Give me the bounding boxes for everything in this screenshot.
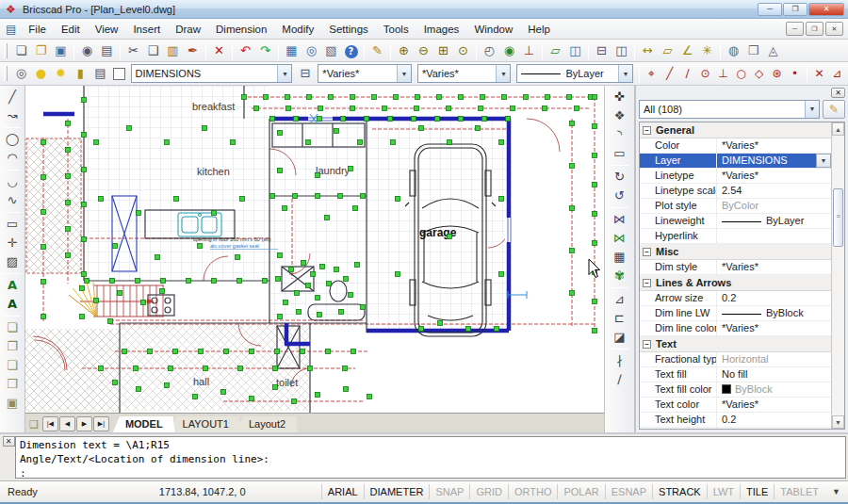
sheet-tab-model[interactable]: MODEL — [113, 416, 175, 432]
layer-explorer-icon[interactable]: ◎ — [11, 64, 31, 83]
menu-item-view[interactable]: View — [88, 21, 126, 38]
scroll-up-icon[interactable]: ▲ — [832, 122, 844, 136]
arc-tool-icon[interactable]: ◠ — [3, 149, 23, 168]
cut-icon[interactable]: ✂ — [123, 41, 143, 60]
stretch-tool-icon[interactable]: ⊏ — [610, 309, 629, 328]
trim-tool-icon[interactable]: ∤ — [610, 351, 629, 370]
menu-item-images[interactable]: Images — [416, 21, 467, 38]
prop-value-fractional-type[interactable]: Horizontal — [717, 352, 831, 366]
command-close-icon[interactable]: ✕ — [3, 436, 15, 447]
menu-item-draw[interactable]: Draw — [168, 21, 208, 38]
open-file-icon[interactable]: ❐ — [31, 41, 51, 60]
measure-angle-icon[interactable]: ∠ — [677, 41, 697, 60]
ucs-icon[interactable]: ⊥ — [519, 41, 539, 60]
menu-item-window[interactable]: Window — [466, 21, 520, 38]
maximize-button[interactable]: ❐ — [783, 3, 807, 16]
toolbar-grip[interactable] — [4, 66, 8, 81]
toggle-tablet[interactable]: TABLET — [774, 484, 824, 499]
chevron-down-icon[interactable]: ▼ — [805, 101, 819, 118]
text-tool-icon[interactable]: A — [3, 276, 23, 295]
toggle-diameter[interactable]: DIAMETER — [364, 484, 430, 499]
hatch-tool-icon[interactable]: ▨ — [3, 252, 23, 271]
align-tool-icon[interactable]: ⊿ — [610, 290, 629, 309]
toggle-strack[interactable]: STRACK — [652, 484, 707, 499]
toggle-snap[interactable]: SNAP — [429, 484, 469, 499]
ellipse-tool-icon[interactable]: ◡ — [3, 172, 23, 191]
explode-tool-icon[interactable]: ✾ — [610, 267, 629, 285]
prop-value-plot-style[interactable]: ByColor — [717, 199, 831, 213]
move-tool-icon[interactable]: ✜ — [610, 88, 629, 106]
last-tab-button[interactable]: ▶| — [93, 416, 109, 431]
menu-item-dimension[interactable]: Dimension — [208, 21, 274, 38]
snap-center-icon[interactable]: ⊙ — [696, 64, 714, 83]
layer-on-icon[interactable]: ● — [31, 64, 51, 83]
chevron-down-icon[interactable]: ▼ — [397, 65, 411, 82]
copy-icon[interactable]: ❑ — [143, 41, 163, 60]
layer-states-icon[interactable]: ⊟ — [295, 64, 315, 83]
menu-item-file[interactable]: File — [21, 21, 54, 38]
redo-icon[interactable]: ↷ — [255, 41, 275, 60]
erase-icon[interactable]: ✕ — [209, 41, 229, 60]
sheet-tab-layout1[interactable]: LAYOUT1 — [171, 416, 241, 432]
id-point-icon[interactable]: ✳ — [697, 41, 717, 60]
image-attach-icon[interactable]: ❒ — [743, 41, 763, 60]
toggle-arial[interactable]: ARIAL — [321, 484, 364, 499]
render-icon[interactable]: ◍ — [724, 41, 743, 60]
zoom-out-icon[interactable]: ⊖ — [414, 41, 433, 60]
array-tool-icon[interactable]: ▦ — [610, 248, 629, 267]
publish-icon[interactable]: ▧ — [321, 41, 341, 60]
mdi-close-button[interactable]: ✕ — [825, 22, 843, 36]
rectangle-tool-icon[interactable]: ▭ — [3, 215, 23, 234]
drawing-explorer-icon[interactable]: ▦ — [282, 41, 302, 60]
zoom-previous-icon[interactable]: ⊙ — [453, 41, 473, 60]
drawing-canvas[interactable]: breakfast kitchen laundry garage hall to… — [25, 86, 604, 413]
layer-color-swatch[interactable] — [113, 68, 125, 80]
menu-item-insert[interactable]: Insert — [125, 21, 168, 38]
collapse-icon[interactable]: − — [643, 248, 651, 256]
extend-tool-icon[interactable]: ∕ — [610, 370, 629, 389]
snap-intersection-icon[interactable]: ⊿ — [828, 64, 846, 83]
minimize-button[interactable]: ─ — [758, 3, 782, 16]
collapse-icon[interactable]: − — [643, 279, 651, 287]
prop-value-dim-line-lw[interactable]: ByBlock — [717, 306, 831, 320]
mdi-restore-button[interactable]: ❐ — [806, 22, 824, 36]
scrollbar-thumb[interactable]: ≡ — [833, 188, 843, 247]
prop-value-dim-style[interactable]: *Varies* — [717, 260, 831, 274]
toggle-polar[interactable]: POLAR — [557, 484, 604, 499]
prop-value-dim-line-color[interactable]: *Varies* — [717, 321, 831, 335]
tile-vertical-icon[interactable]: ◫ — [612, 41, 631, 60]
menu-item-edit[interactable]: Edit — [54, 21, 88, 38]
snap-endpoint-icon[interactable]: ╱ — [660, 64, 678, 83]
prop-section-text[interactable]: −Text — [640, 336, 831, 352]
prop-value-color[interactable]: *Varies* — [717, 138, 831, 153]
color-select[interactable]: *Varies* ▼ — [318, 64, 412, 83]
scale-tool-icon[interactable]: ▭ — [610, 144, 629, 163]
status-menu-chevron-icon[interactable]: ▼ — [824, 487, 848, 496]
quick-select-icon[interactable]: ✎ — [823, 100, 845, 119]
snap-quadrant-icon[interactable]: ◇ — [750, 64, 768, 83]
help-icon[interactable]: ? — [341, 41, 361, 60]
copy-tool-icon[interactable]: ❖ — [610, 106, 629, 125]
undo-icon[interactable]: ↶ — [236, 41, 255, 60]
layer-plot-icon[interactable]: ▤ — [90, 64, 110, 83]
view-3d-icon[interactable]: ▱ — [546, 41, 565, 60]
toolbar-grip[interactable] — [4, 43, 8, 58]
block-attributes-icon[interactable]: ❑ — [3, 356, 23, 375]
first-tab-button[interactable]: |◀ — [42, 416, 58, 431]
prop-section-general[interactable]: −General — [640, 122, 831, 138]
lineweight-select[interactable]: ByLayer ▼ — [516, 64, 633, 83]
pan-realtime-icon[interactable]: ◴ — [480, 41, 499, 60]
mirror-tool-icon[interactable]: ⋈ — [610, 210, 629, 229]
prop-section-lines-arrows[interactable]: −Lines & Arrows — [640, 275, 831, 291]
toggle-ortho[interactable]: ORTHO — [508, 484, 558, 499]
prop-value-text-height[interactable]: 0.2 — [717, 413, 831, 427]
collapse-icon[interactable]: − — [643, 340, 651, 349]
insert-block-icon[interactable]: ❐ — [3, 337, 23, 356]
chevron-down-icon[interactable]: ▼ — [496, 65, 510, 82]
explode-block-icon[interactable]: ❒ — [3, 375, 23, 394]
tile-horizontal-icon[interactable]: ⊟ — [592, 41, 612, 60]
mtext-tool-icon[interactable]: A — [3, 295, 23, 314]
prop-value-arrow-size[interactable]: 0.2 — [717, 291, 831, 305]
toggle-grid[interactable]: GRID — [469, 484, 508, 499]
spline-tool-icon[interactable]: ∿ — [3, 191, 23, 210]
